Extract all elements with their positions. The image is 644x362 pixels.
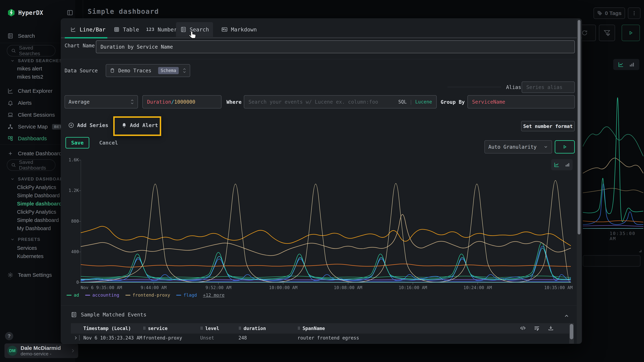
tags-button[interactable]: 0 Tags	[594, 7, 625, 19]
drag-handle-icon[interactable]: ⠿	[238, 326, 241, 331]
hyperdx-logo-icon	[7, 8, 16, 17]
legend-item[interactable]: flagd	[176, 293, 197, 298]
alias-input[interactable]	[526, 82, 570, 93]
table-header-row: Timestamp (Local) ⠿service ⠿level ⠿durat…	[71, 323, 570, 334]
resize-handle-icon[interactable]	[637, 248, 642, 253]
col-level[interactable]: ⠿level	[200, 326, 219, 331]
legend-swatch	[66, 295, 72, 296]
chevron-up-icon[interactable]	[564, 313, 570, 319]
alias-rule	[448, 87, 501, 87]
tab-markdown[interactable]: Markdown	[217, 22, 261, 37]
drag-handle-icon[interactable]: ⠿	[143, 326, 146, 331]
y-tick-label: 1.6K	[68, 158, 79, 163]
legend-item[interactable]: frontend-proxy	[126, 293, 170, 298]
x-tick-label: 10:00:00 AM	[269, 285, 298, 290]
saved-search-item[interactable]: mikes alert	[17, 66, 42, 72]
saved-dashboard-item[interactable]: ClickPy Analytics	[17, 184, 56, 190]
table-scrollbar[interactable]	[569, 323, 574, 344]
table-scrollbar-thumb[interactable]	[570, 324, 573, 339]
tab-number[interactable]: 123 Number	[142, 22, 182, 37]
page-title: Simple dashboard	[88, 7, 159, 15]
legend-item[interactable]: ad	[66, 293, 79, 298]
filter-edit-button[interactable]	[599, 25, 615, 41]
cancel-button[interactable]: Cancel	[98, 137, 120, 149]
brand-name: HyperDX	[18, 9, 43, 16]
legend-swatch	[85, 295, 90, 296]
bar-chart-icon[interactable]	[629, 61, 635, 68]
drag-handle-icon[interactable]: ⠿	[200, 326, 203, 331]
legend-more-link[interactable]: +12 more	[203, 293, 224, 298]
code-view-icon[interactable]	[520, 325, 526, 331]
add-series-button[interactable]: Add Series	[68, 122, 108, 128]
brand-logo[interactable]: HyperDX	[7, 8, 43, 17]
preset-item-kubernetes[interactable]: Kubernetes	[17, 253, 44, 259]
filter-edit-icon	[604, 29, 610, 36]
granularity-select[interactable]: Auto Granularity	[484, 140, 552, 154]
set-number-format-button[interactable]: Set number format	[521, 121, 575, 131]
saved-dashboard-item[interactable]: Simple dashboard	[17, 217, 59, 223]
col-spanname[interactable]: ⠿SpanName	[298, 326, 325, 331]
saved-dashboard-item[interactable]: Simple Dashboard	[17, 193, 60, 198]
save-button[interactable]: Save	[66, 137, 89, 149]
sample-events-header[interactable]: Sample Matched Events	[71, 312, 146, 318]
preset-item-services[interactable]: Services	[17, 245, 37, 251]
y-tick-mark	[79, 160, 81, 160]
mouse-cursor	[188, 31, 197, 41]
run-query-button[interactable]	[622, 25, 640, 41]
table-grid-icon	[114, 26, 120, 32]
table-row-partial[interactable]: Nov 6 10:35:23.243 AM frontend-proxy Uns…	[71, 342, 570, 344]
where-search-field[interactable]: Search your events w/ Lucene ex. column:…	[244, 95, 437, 108]
add-alert-button[interactable]: Add Alert	[121, 122, 158, 128]
duration-by-service-chart[interactable]	[81, 160, 571, 283]
download-icon[interactable]	[548, 325, 554, 331]
table-row[interactable]: Nov 6 10:35:23.243 AM frontend-proxy Uns…	[71, 334, 570, 342]
modal-scrollbar-thumb[interactable]	[578, 20, 580, 234]
kebab-menu-button[interactable]	[628, 7, 640, 19]
y-tick-label: 800	[71, 219, 79, 224]
saved-searches-section[interactable]: SAVED SEARCHES	[10, 58, 62, 63]
saved-dashboards-input[interactable]: Saved Dashboards	[7, 159, 56, 171]
modal-scrollbar[interactable]	[577, 19, 582, 344]
sql-mode-toggle[interactable]: SQL	[398, 99, 406, 105]
col-service[interactable]: ⠿service	[143, 326, 168, 331]
tab-line-bar[interactable]: Line/Bar	[66, 22, 110, 37]
data-source-select[interactable]: Demo Traces Schema	[106, 64, 190, 77]
group-by-field[interactable]: ServiceName	[468, 95, 575, 108]
col-timestamp[interactable]: Timestamp (Local)	[83, 326, 131, 331]
tile-chart-type-toggle[interactable]	[613, 59, 639, 70]
aggregation-expression-field[interactable]: Duration/1000000	[142, 95, 222, 108]
bell-icon	[7, 100, 14, 106]
cell-spanname: router frontend egress	[298, 335, 359, 341]
aggregation-function-select[interactable]: Average	[64, 95, 138, 108]
plus-icon	[7, 151, 14, 156]
chart-name-input[interactable]	[100, 41, 570, 53]
chevron-down-icon	[10, 59, 15, 63]
x-tick-label: Nov 6 9:35:00 AM	[81, 285, 122, 290]
presets-section[interactable]: PRESETS	[10, 237, 40, 242]
saved-search-item[interactable]: mikes tets2	[17, 74, 43, 80]
background-search-input[interactable]	[583, 255, 640, 267]
help-button[interactable]: ?	[5, 332, 13, 340]
collapse-sidebar-icon[interactable]	[66, 9, 73, 16]
refresh-icon	[582, 30, 588, 36]
chart-name-field[interactable]	[96, 40, 575, 53]
play-icon	[562, 144, 567, 149]
alias-field[interactable]	[522, 81, 575, 93]
user-menu[interactable]: DM Dale McDiarmid demo-service -	[4, 344, 78, 358]
run-preview-button[interactable]	[555, 140, 575, 154]
saved-dashboard-item-active[interactable]: Simple dashboard	[17, 201, 62, 207]
y-tick-label: 400	[71, 249, 79, 254]
lucene-mode-toggle[interactable]: Lucene	[415, 99, 432, 105]
saved-dashboard-item[interactable]: ClickPy Analytics	[17, 209, 56, 215]
expand-row-icon[interactable]	[73, 336, 78, 340]
magnifier-icon	[11, 48, 16, 53]
wrap-text-icon[interactable]	[534, 325, 540, 331]
col-duration[interactable]: ⠿duration	[238, 326, 266, 331]
drag-handle-icon[interactable]: ⠿	[298, 326, 300, 331]
legend-item[interactable]: accounting	[85, 293, 119, 298]
saved-dashboard-item[interactable]: My Dashboard	[17, 225, 51, 231]
line-chart-icon[interactable]	[618, 61, 624, 68]
x-axis-ticks	[81, 283, 571, 285]
saved-searches-input[interactable]: Saved Searches	[7, 45, 56, 56]
tab-table[interactable]: Table	[109, 22, 143, 37]
